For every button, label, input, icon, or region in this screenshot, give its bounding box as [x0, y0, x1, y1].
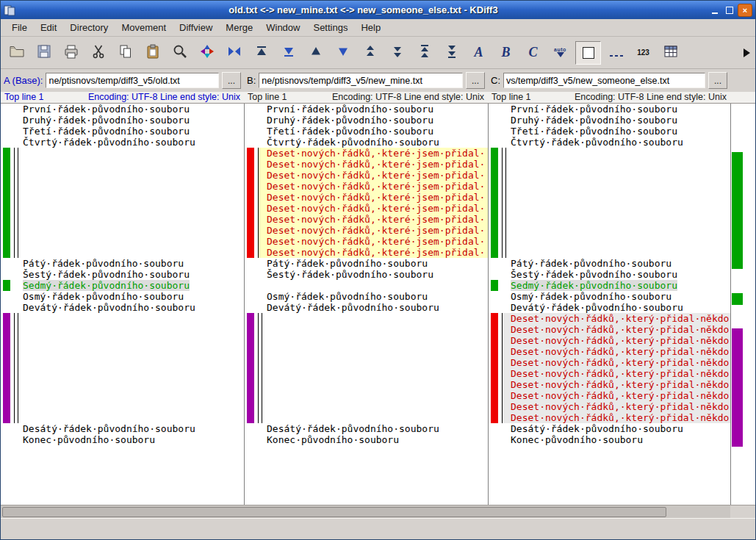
- diff-line[interactable]: Osmý·řádek·původního·souboru: [489, 291, 730, 302]
- diff-line[interactable]: Šestý·řádek·původního·souboru: [489, 269, 730, 280]
- diff-line[interactable]: Deset·nových·řádků,·který·přidal·někdo: [503, 324, 730, 335]
- diff-line[interactable]: Deset·nových·řádků,·který·přidal·někdo: [503, 346, 730, 357]
- diff-line[interactable]: Deset·nových·řádků,·které·jsem·přidal·: [259, 148, 488, 159]
- show-whitespace-chars-button[interactable]: [602, 40, 630, 66]
- diff-line[interactable]: Čtvrtý·řádek·původního·souboru: [1, 137, 244, 148]
- menu-movement[interactable]: Movement: [115, 21, 173, 35]
- diff-missing-line[interactable]: [245, 280, 488, 291]
- menu-settings[interactable]: Settings: [306, 21, 354, 35]
- menu-help[interactable]: Help: [354, 21, 387, 35]
- minimize-button[interactable]: [708, 4, 721, 16]
- diff-line[interactable]: Desátý·řádek·původního·souboru: [489, 423, 730, 434]
- diff-line[interactable]: Deset·nových·řádků,·které·jsem·přidal·: [259, 214, 488, 225]
- diff-line[interactable]: Deset·nových·řádků,·které·jsem·přidal·: [259, 159, 488, 170]
- file-a-browse-button[interactable]: ...: [222, 72, 241, 89]
- diff-line[interactable]: Pátý·řádek·původního·souboru: [245, 258, 488, 269]
- paste-button[interactable]: [139, 40, 166, 66]
- diff-line[interactable]: Sedmý·řádek·původního·souboru: [1, 280, 244, 291]
- diff-line[interactable]: Druhý·řádek·původního·souboru: [489, 115, 730, 126]
- file-b-browse-button[interactable]: ...: [466, 72, 485, 89]
- diff-changed-line[interactable]: Sedmý·řádek·původního·souboru: [1, 280, 244, 291]
- maximize-button[interactable]: [723, 4, 736, 16]
- cut-button[interactable]: [84, 40, 112, 66]
- diff-line[interactable]: Pátý·řádek·původního·souboru: [489, 258, 730, 269]
- file-c-path-input[interactable]: [503, 73, 705, 88]
- diff-line[interactable]: Desátý·řádek·původního·souboru: [1, 423, 244, 434]
- menu-merge[interactable]: Merge: [219, 21, 259, 35]
- diff-line[interactable]: Čtvrtý·řádek·původního·souboru: [245, 137, 488, 148]
- diff-overview-strip[interactable]: [730, 104, 744, 505]
- diff-line[interactable]: Pátý·řádek·původního·souboru: [1, 258, 244, 269]
- diff-line[interactable]: Osmý·řádek·původního·souboru: [1, 291, 244, 302]
- goto-next-unsolved-conflict-button[interactable]: [438, 40, 465, 66]
- file-c-browse-button[interactable]: ...: [708, 72, 727, 89]
- diff-line[interactable]: Třetí·řádek·původního·souboru: [489, 126, 730, 137]
- menu-diffview[interactable]: Diffview: [173, 21, 219, 35]
- diff-line[interactable]: Deset·nových·řádků,·které·jsem·přidal·: [259, 236, 488, 247]
- diff-line[interactable]: Deset·nových·řádků,·který·přidal·někdo: [503, 357, 730, 368]
- goto-current-delta-button[interactable]: [220, 40, 248, 66]
- diff-line[interactable]: První·řádek·původního·souboru: [245, 104, 488, 115]
- close-button[interactable]: ×: [738, 4, 752, 17]
- diff-line[interactable]: Druhý·řádek·původního·souboru: [245, 115, 488, 126]
- diff-line[interactable]: Konec·původního·souboru: [1, 434, 244, 445]
- goto-next-conflict-button[interactable]: [384, 40, 411, 66]
- diff-line[interactable]: Konec·původního·souboru: [489, 434, 730, 445]
- diff-line[interactable]: Třetí·řádek·původního·souboru: [245, 126, 488, 137]
- reload-diff-button[interactable]: [193, 40, 220, 66]
- open-file-button[interactable]: [3, 40, 30, 66]
- diff-line[interactable]: Šestý·řádek·původního·souboru: [245, 269, 488, 280]
- horizontal-scrollbar-track[interactable]: [1, 505, 730, 518]
- show-whitespace-button[interactable]: [575, 41, 601, 65]
- menu-directory[interactable]: Directory: [63, 21, 115, 35]
- print-button[interactable]: [57, 40, 84, 66]
- file-a-path-input[interactable]: [46, 73, 219, 88]
- diff-line[interactable]: Deset·nových·řádků,·který·přidal·někdo: [503, 412, 730, 423]
- goto-prev-conflict-button[interactable]: [356, 40, 384, 66]
- menu-window[interactable]: Window: [259, 21, 306, 35]
- goto-prev-delta-button[interactable]: [302, 40, 329, 66]
- diff-line[interactable]: Deset·nových·řádků,·které·jsem·přidal·: [259, 170, 488, 181]
- app-icon[interactable]: [4, 4, 15, 16]
- diff-line[interactable]: Desátý·řádek·původního·souboru: [245, 423, 488, 434]
- diff-line[interactable]: Deset·nových·řádků,·které·jsem·přidal·: [259, 181, 488, 192]
- diff-pane-b[interactable]: První·řádek·původního·souboruDruhý·řádek…: [244, 104, 488, 505]
- auto-advance-button[interactable]: auto: [547, 40, 574, 66]
- show-line-numbers-button[interactable]: 123: [630, 40, 657, 66]
- diff-line[interactable]: Devátý·řádek·původního·souboru: [245, 302, 488, 313]
- titlebar[interactable]: old.txt <-> new_mine.txt <-> new_someone…: [1, 1, 755, 19]
- diff-line[interactable]: Deset·nových·řádků,·který·přidal·někdo: [503, 390, 730, 401]
- diff-line[interactable]: První·řádek·původního·souboru: [1, 104, 244, 115]
- diff-line[interactable]: Konec·původního·souboru: [245, 434, 488, 445]
- diff-changed-line[interactable]: Sedmý·řádek·původního·souboru: [489, 280, 730, 291]
- goto-last-delta-button[interactable]: [275, 40, 302, 66]
- select-a-button[interactable]: A: [465, 40, 492, 66]
- copy-button[interactable]: [112, 40, 139, 66]
- diff-line[interactable]: Deset·nových·řádků,·který·přidal·někdo: [503, 368, 730, 379]
- save-button[interactable]: [30, 40, 57, 66]
- diff-line[interactable]: Deset·nových·řádků,·které·jsem·přidal·: [259, 203, 488, 214]
- find-button[interactable]: [166, 40, 193, 66]
- menu-edit[interactable]: Edit: [34, 21, 63, 35]
- diff-conflict-block[interactable]: Deset·nových·řádků,·který·přidal·někdoDe…: [489, 313, 730, 423]
- diff-line[interactable]: Třetí·řádek·původního·souboru: [1, 126, 244, 137]
- diff-line[interactable]: Sedmý·řádek·původního·souboru: [489, 280, 730, 291]
- goto-prev-unsolved-conflict-button[interactable]: [411, 40, 438, 66]
- select-c-button[interactable]: C: [519, 40, 547, 66]
- diff-line[interactable]: Druhý·řádek·původního·souboru: [1, 115, 244, 126]
- diff-conflict-block[interactable]: Deset·nových·řádků,·které·jsem·přidal·De…: [245, 148, 488, 258]
- diff-pane-c[interactable]: První·řádek·původního·souboruDruhý·řádek…: [488, 104, 730, 505]
- diff-line[interactable]: Deset·nových·řádků,·který·přidal·někdo: [503, 401, 730, 412]
- diff-line[interactable]: Čtvrtý·řádek·původního·souboru: [489, 137, 730, 148]
- diff-pane-a[interactable]: První·řádek·původního·souboruDruhý·řádek…: [1, 104, 244, 505]
- horizontal-scrollbar-thumb[interactable]: [2, 507, 666, 517]
- select-b-button[interactable]: B: [492, 40, 519, 66]
- menu-file[interactable]: File: [5, 21, 34, 35]
- diff-line[interactable]: Deset·nových·řádků,·které·jsem·přidal·: [259, 192, 488, 203]
- diff-line[interactable]: Deset·nových·řádků,·který·přidal·někdo: [503, 335, 730, 346]
- diff-line[interactable]: Deset·nových·řádků,·které·jsem·přidal·: [259, 247, 488, 258]
- file-b-path-input[interactable]: [259, 73, 463, 88]
- goto-next-delta-button[interactable]: [329, 40, 356, 66]
- diff-line[interactable]: Devátý·řádek·původního·souboru: [1, 302, 244, 313]
- diff-line[interactable]: Osmý·řádek·původního·souboru: [245, 291, 488, 302]
